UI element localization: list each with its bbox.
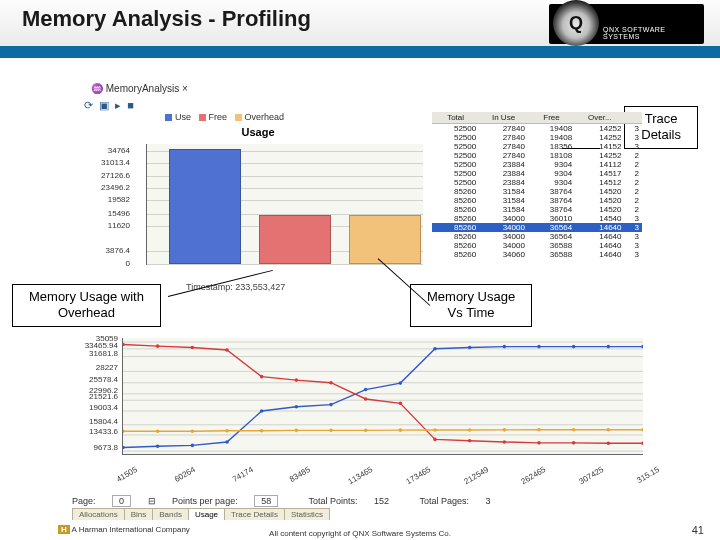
svg-point-22: [503, 345, 507, 349]
trace-details-table[interactable]: TotalIn UseFreeOver...525002784019408142…: [432, 112, 642, 259]
slide-title: Memory Analysis - Profiling: [22, 6, 311, 32]
tab-statistics[interactable]: Statistics: [284, 508, 330, 520]
svg-point-58: [641, 428, 643, 432]
svg-point-19: [399, 381, 403, 385]
svg-point-20: [433, 347, 437, 351]
slide-banner: Memory Analysis - Profiling Q QNX SOFTWA…: [0, 0, 720, 58]
tab-bins[interactable]: Bins: [124, 508, 154, 520]
pager[interactable]: Page: 0 ⊟ Points per page: 58 Total Poin…: [72, 495, 519, 507]
tab-bands[interactable]: Bands: [152, 508, 189, 520]
svg-point-12: [156, 444, 160, 448]
ide-tab[interactable]: ♒ MemoryAnalysis ×: [91, 83, 188, 94]
svg-point-57: [607, 428, 611, 432]
svg-point-14: [225, 440, 229, 444]
svg-point-24: [572, 345, 576, 349]
svg-point-28: [156, 344, 160, 348]
svg-point-56: [572, 428, 576, 432]
svg-point-23: [537, 345, 541, 349]
svg-point-48: [295, 429, 299, 433]
svg-point-35: [399, 402, 403, 406]
svg-point-54: [503, 428, 507, 432]
svg-point-49: [329, 429, 333, 433]
usage-line-chart: 9673.813433.615804.419003.421521.622996.…: [72, 334, 648, 494]
svg-point-55: [537, 428, 541, 432]
page-number: 41: [692, 524, 704, 536]
svg-point-32: [295, 378, 299, 382]
annotation-overhead: Memory Usage withOverhead: [12, 284, 161, 327]
tab-trace-details[interactable]: Trace Details: [224, 508, 285, 520]
svg-point-13: [191, 444, 195, 448]
bar-legend: Use Free Overhead: [165, 112, 284, 122]
svg-point-21: [468, 346, 472, 350]
svg-point-43: [123, 429, 125, 433]
svg-point-15: [260, 409, 264, 413]
svg-point-51: [399, 428, 403, 432]
svg-point-53: [468, 428, 472, 432]
svg-point-39: [537, 441, 541, 445]
line-chart-svg: [123, 338, 643, 454]
svg-point-25: [607, 345, 611, 349]
bottom-tabs[interactable]: AllocationsBinsBandsUsageTrace DetailsSt…: [72, 510, 329, 519]
svg-point-34: [364, 397, 368, 401]
qnx-logo: Q QNX SOFTWARE SYSTEMS: [549, 4, 704, 44]
svg-point-18: [364, 388, 368, 392]
svg-point-36: [433, 438, 437, 442]
svg-point-41: [607, 441, 611, 445]
svg-point-52: [433, 428, 437, 432]
copyright: All content copyright of QNX Software Sy…: [0, 529, 720, 538]
svg-point-27: [123, 343, 125, 347]
svg-point-31: [260, 375, 264, 379]
bar-chart-title: Usage: [86, 126, 430, 138]
svg-point-45: [191, 429, 195, 433]
svg-point-16: [295, 405, 299, 409]
svg-point-47: [260, 429, 264, 433]
svg-point-40: [572, 441, 576, 445]
svg-point-38: [503, 440, 507, 444]
tab-allocations[interactable]: Allocations: [72, 508, 125, 520]
svg-point-46: [225, 429, 229, 433]
svg-point-42: [641, 441, 643, 445]
svg-point-44: [156, 429, 160, 433]
svg-point-37: [468, 439, 472, 443]
ide-toolbar[interactable]: ⟳ ▣ ▸ ■: [84, 99, 134, 112]
svg-point-17: [329, 403, 333, 407]
qnx-tagline: QNX SOFTWARE SYSTEMS: [603, 26, 704, 40]
svg-point-11: [123, 446, 125, 450]
qnx-badge-icon: Q: [553, 0, 599, 46]
tab-usage[interactable]: Usage: [188, 508, 225, 520]
svg-point-29: [191, 346, 195, 350]
svg-point-50: [364, 429, 368, 433]
svg-point-26: [641, 345, 643, 349]
svg-point-33: [329, 381, 333, 385]
svg-point-30: [225, 348, 229, 352]
